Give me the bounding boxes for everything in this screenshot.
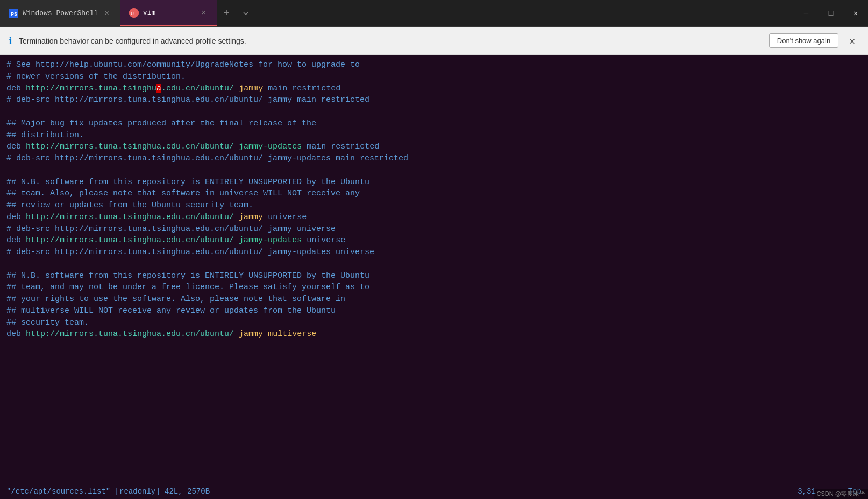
terminal-line: ## your rights to use the software. Also… — [6, 293, 862, 305]
terminal-line: # deb-src http://mirrors.tuna.tsinghua.e… — [6, 247, 862, 258]
terminal-line: ## review or updates from the Ubuntu sec… — [6, 200, 862, 212]
terminal-line: ## Major bug fix updates produced after … — [6, 118, 862, 130]
terminal-line: ## team, and may not be under a free lic… — [6, 282, 862, 293]
info-icon: ℹ — [9, 35, 12, 47]
status-bar: "/etc/apt/sources.list" [readonly] 42L, … — [0, 483, 868, 499]
terminal-line: ## distribution. — [6, 130, 862, 142]
notification-close-button[interactable]: ✕ — [845, 33, 859, 49]
title-bar: PS Windows PowerShell × U vim × + ─ □ ✕ — [0, 0, 868, 27]
terminal-line — [6, 258, 862, 270]
svg-text:U: U — [131, 11, 134, 16]
terminal-line: ## team. Also, please note that software… — [6, 188, 862, 200]
terminal-line: ## multiverse WILL NOT receive any revie… — [6, 305, 862, 317]
terminal-line: # newer versions of the distribution. — [6, 71, 862, 83]
svg-text:PS: PS — [11, 11, 17, 17]
terminal-line: deb http://mirrors.tuna.tsinghua.edu.cn/… — [6, 141, 862, 153]
tab-vim[interactable]: U vim × — [120, 0, 217, 26]
dont-show-again-button[interactable]: Don't show again — [769, 33, 838, 48]
terminal-line: # deb-src http://mirrors.tuna.tsinghua.e… — [6, 94, 862, 106]
tab-vim-label: vim — [143, 9, 155, 17]
vim-icon: U — [129, 8, 139, 18]
tab-powershell-label: Windows PowerShell — [23, 9, 98, 17]
terminal-content: # See http://help.ubuntu.com/community/U… — [0, 55, 868, 483]
terminal-line — [6, 106, 862, 118]
terminal-line — [6, 165, 862, 177]
status-file-info: "/etc/apt/sources.list" [readonly] 42L, … — [6, 487, 210, 496]
terminal-line: deb http://mirrors.tuna.tsinghua.edu.cn/… — [6, 212, 862, 223]
terminal-line: ## N.B. software from this repository is… — [6, 270, 862, 282]
terminal-line: # See http://help.ubuntu.com/community/U… — [6, 59, 862, 71]
window-controls: ─ □ ✕ — [794, 0, 868, 26]
notification-bar: ℹ Termination behavior can be configured… — [0, 27, 868, 55]
notification-text: Termination behavior can be configured i… — [19, 37, 763, 45]
maximize-button[interactable]: □ — [819, 0, 843, 27]
tab-powershell-close[interactable]: × — [102, 8, 111, 19]
tabs-area: PS Windows PowerShell × U vim × + — [0, 0, 794, 26]
terminal-line: deb http://mirrors.tuna.tsinghua.edu.cn/… — [6, 235, 862, 247]
powershell-icon: PS — [9, 9, 18, 18]
tab-powershell[interactable]: PS Windows PowerShell × — [0, 0, 120, 26]
new-tab-button[interactable]: + — [217, 0, 236, 26]
terminal-line: ## N.B. software from this repository is… — [6, 177, 862, 188]
terminal-line: deb http://mirrors.tuna.tsinghua.edu.cn/… — [6, 328, 862, 340]
terminal-line: deb http://mirrors.tuna.tsinghua.edu.cn/… — [6, 83, 862, 95]
watermark: CSDN @零度冰华 — [814, 489, 868, 499]
tab-vim-close[interactable]: × — [199, 8, 208, 18]
tab-dropdown-button[interactable] — [236, 0, 255, 26]
minimize-button[interactable]: ─ — [794, 0, 819, 27]
terminal-line: ## security team. — [6, 317, 862, 329]
close-button[interactable]: ✕ — [843, 0, 868, 27]
terminal-line: # deb-src http://mirrors.tuna.tsinghua.e… — [6, 223, 862, 235]
terminal-line: # deb-src http://mirrors.tuna.tsinghua.e… — [6, 153, 862, 165]
